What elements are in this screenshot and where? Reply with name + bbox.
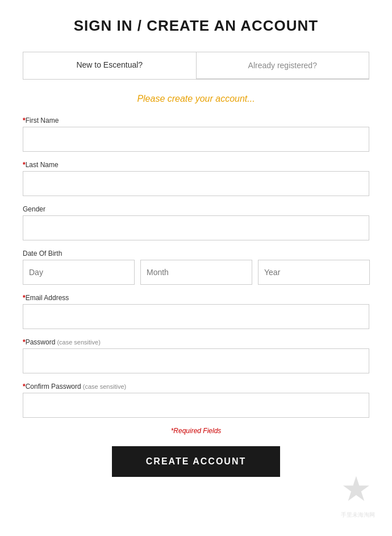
dob-label: Date Of Birth — [23, 250, 369, 257]
first-name-label: *First Name — [23, 117, 369, 124]
required-fields-note: *Required Fields — [23, 427, 369, 435]
page-title: SIGN IN / CREATE AN ACCOUNT — [23, 17, 369, 35]
confirm-password-input[interactable] — [23, 393, 369, 418]
password-note: (case sensitive) — [55, 339, 100, 346]
first-name-label-text: First Name — [26, 117, 59, 124]
create-account-button[interactable]: CREATE ACCOUNT — [112, 446, 280, 477]
watermark-text: 手里未海淘网 — [341, 511, 375, 519]
gender-group: Gender — [23, 205, 369, 240]
last-name-label: *Last Name — [23, 161, 369, 169]
page-container: SIGN IN / CREATE AN ACCOUNT New to Escen… — [0, 0, 392, 536]
tab-already-registered[interactable]: Already registered? — [196, 52, 369, 79]
dob-day-input[interactable] — [23, 260, 135, 285]
email-group: *Email Address — [23, 294, 369, 329]
dob-year-input[interactable] — [258, 260, 370, 285]
tabs-container: New to Escentual? Already registered? — [23, 52, 369, 80]
email-label-text: Email Address — [26, 294, 69, 302]
confirm-password-label-text: Confirm Password — [26, 383, 81, 390]
email-label: *Email Address — [23, 294, 369, 302]
gender-label: Gender — [23, 205, 369, 213]
gender-label-text: Gender — [23, 205, 45, 213]
password-label: *Password (case sensitive) — [23, 338, 369, 346]
confirm-password-label: *Confirm Password (case sensitive) — [23, 383, 369, 390]
dob-fields-container — [23, 260, 369, 285]
last-name-input[interactable] — [23, 171, 369, 196]
confirm-password-note: (case sensitive) — [81, 383, 126, 390]
first-name-group: *First Name — [23, 117, 369, 152]
star-icon: ★ — [341, 469, 375, 509]
password-group: *Password (case sensitive) — [23, 338, 369, 373]
password-input[interactable] — [23, 348, 369, 373]
first-name-input[interactable] — [23, 127, 369, 152]
gender-input[interactable] — [23, 215, 369, 240]
confirm-password-group: *Confirm Password (case sensitive) — [23, 383, 369, 418]
watermark: ★ 手里未海淘网 — [341, 469, 375, 519]
dob-month-input[interactable] — [140, 260, 252, 285]
dob-label-text: Date Of Birth — [23, 250, 62, 257]
password-label-text: Password — [26, 338, 56, 346]
last-name-label-text: Last Name — [26, 161, 59, 169]
tab-new-customer[interactable]: New to Escentual? — [23, 52, 196, 79]
email-input[interactable] — [23, 304, 369, 329]
dob-group: Date Of Birth — [23, 250, 369, 285]
last-name-group: *Last Name — [23, 161, 369, 196]
form-subtitle: Please create your account... — [23, 94, 369, 104]
